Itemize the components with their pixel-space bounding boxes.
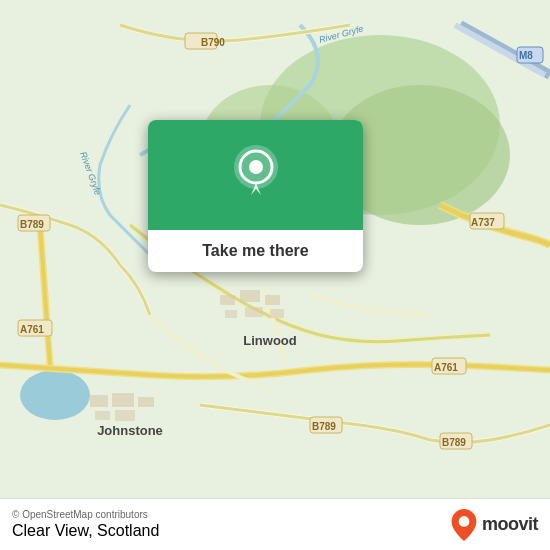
svg-rect-15 — [115, 410, 135, 421]
moovit-logo: moovit — [450, 509, 538, 541]
moovit-brand-text: moovit — [482, 514, 538, 535]
svg-point-4 — [20, 370, 90, 420]
map-container: B790 B789 A737 A761 A761 B789 B789 M8 Ri… — [0, 0, 550, 550]
svg-rect-12 — [112, 393, 134, 407]
map-background: B790 B789 A737 A761 A761 B789 B789 M8 Ri… — [0, 0, 550, 550]
location-popup[interactable]: Take me there — [148, 120, 363, 272]
svg-text:A761: A761 — [20, 324, 44, 335]
svg-rect-6 — [240, 290, 260, 302]
svg-rect-10 — [270, 309, 284, 318]
svg-text:B789: B789 — [442, 437, 466, 448]
map-attribution: © OpenStreetMap contributors — [12, 509, 159, 520]
svg-rect-8 — [225, 310, 237, 318]
location-name: Clear View, — [12, 522, 93, 539]
svg-rect-13 — [138, 397, 154, 407]
location-country: Scotland — [97, 522, 159, 539]
bottom-bar: © OpenStreetMap contributors Clear View,… — [0, 498, 550, 550]
svg-rect-14 — [95, 411, 110, 420]
svg-point-38 — [249, 160, 263, 174]
svg-text:Johnstone: Johnstone — [97, 423, 163, 438]
svg-text:B789: B789 — [312, 421, 336, 432]
svg-rect-7 — [265, 295, 280, 305]
svg-text:Linwood: Linwood — [243, 333, 296, 348]
svg-text:A761: A761 — [434, 362, 458, 373]
svg-text:B790: B790 — [201, 37, 225, 48]
svg-rect-11 — [90, 395, 108, 407]
bottom-left-info: © OpenStreetMap contributors Clear View,… — [12, 509, 159, 540]
svg-point-39 — [459, 516, 470, 527]
popup-header — [148, 120, 363, 230]
svg-text:A737: A737 — [471, 217, 495, 228]
svg-rect-9 — [245, 307, 263, 317]
location-pin-icon — [231, 145, 281, 205]
moovit-pin-icon — [450, 509, 478, 541]
svg-text:M8: M8 — [519, 50, 533, 61]
svg-rect-5 — [220, 295, 235, 305]
take-me-there-button[interactable]: Take me there — [148, 230, 363, 272]
svg-text:B789: B789 — [20, 219, 44, 230]
location-display: Clear View, Scotland — [12, 522, 159, 540]
